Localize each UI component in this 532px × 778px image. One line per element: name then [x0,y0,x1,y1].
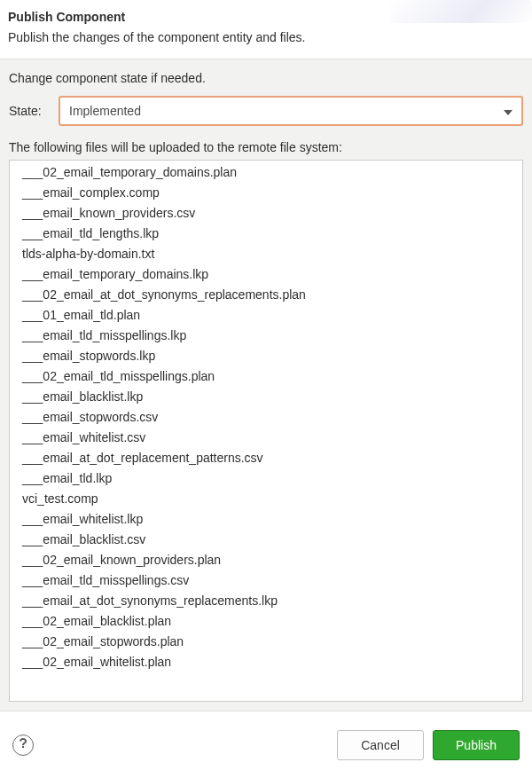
file-item[interactable]: ___02_email_whitelist.plan [11,652,522,672]
state-select-value: Implemented [69,104,504,118]
upload-label: The following files will be uploaded to … [9,140,523,154]
file-item[interactable]: ___02_email_known_providers.plan [11,550,522,570]
dialog-footer: Cancel Publish [0,711,532,778]
cancel-button[interactable]: Cancel [337,730,424,760]
file-item[interactable]: ___02_email_at_dot_synonyms_replacements… [11,285,522,305]
file-item[interactable]: ___email_stopwords.lkp [11,346,522,366]
file-item[interactable]: ___email_temporary_domains.lkp [11,264,522,285]
file-list[interactable]: ___02_email_temporary_domains.plan___ema… [9,160,523,702]
file-item[interactable]: ___email_tld_misspellings.lkp [11,326,522,346]
file-item[interactable]: ___email_whitelist.csv [11,428,522,448]
file-item[interactable]: ___email_at_dot_replacement_patterns.csv [11,448,522,468]
question-mark-icon [20,738,27,751]
dialog-body: Change component state if needed. State:… [0,59,532,711]
dialog-subtitle: Publish the changes of the component ent… [8,30,520,44]
file-item[interactable]: ___02_email_stopwords.plan [11,632,522,652]
file-item[interactable]: ___email_tld_misspellings.csv [11,570,522,591]
state-select[interactable]: Implemented [59,96,523,126]
dialog-title: Publish Component [8,10,520,24]
file-item[interactable]: ___email_tld_lengths.lkp [11,224,522,244]
file-item[interactable]: ___email_tld.lkp [11,468,522,489]
state-instruction: Change component state if needed. [9,71,523,85]
help-button[interactable] [12,735,34,756]
file-item[interactable]: ___email_blacklist.csv [11,530,522,550]
publish-component-dialog: Publish Component Publish the changes of… [0,0,532,778]
file-item[interactable]: vci_test.comp [11,489,522,509]
file-item[interactable]: ___01_email_tld.plan [11,305,522,326]
state-row: State: Implemented [9,96,523,126]
file-item[interactable]: ___email_complex.comp [11,183,522,203]
chevron-down-icon [504,105,512,118]
file-item[interactable]: ___email_stopwords.csv [11,407,522,428]
state-label: State: [9,104,50,118]
publish-button[interactable]: Publish [433,730,520,760]
file-item[interactable]: tlds-alpha-by-domain.txt [11,244,522,264]
dialog-header: Publish Component Publish the changes of… [0,0,532,59]
file-item[interactable]: ___02_email_blacklist.plan [11,611,522,632]
file-item[interactable]: ___email_whitelist.lkp [11,509,522,530]
file-item[interactable]: ___email_at_dot_synonyms_replacements.lk… [11,591,522,611]
file-item[interactable]: ___02_email_temporary_domains.plan [11,162,522,183]
file-item[interactable]: ___email_blacklist.lkp [11,387,522,407]
file-item[interactable]: ___email_known_providers.csv [11,203,522,224]
file-item[interactable]: ___02_email_tld_misspellings.plan [11,366,522,387]
